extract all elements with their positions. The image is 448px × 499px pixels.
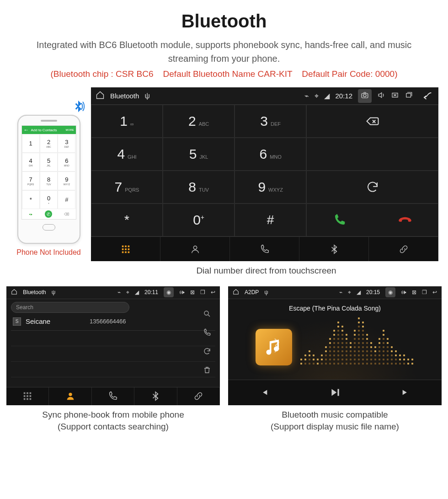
backspace-button[interactable] — [306, 105, 438, 138]
home-icon[interactable] — [11, 289, 17, 296]
phone-header-more: MORE — [66, 129, 74, 131]
svg-rect-17 — [30, 392, 32, 394]
sync-icon[interactable] — [203, 347, 211, 357]
clock: 20:12 — [335, 92, 352, 100]
search-placeholder: Search — [16, 304, 33, 311]
tab-keypad[interactable] — [91, 237, 160, 261]
search-icon[interactable] — [203, 310, 211, 320]
wifi-icon: ◢ — [357, 289, 361, 295]
redial-button[interactable] — [306, 171, 438, 204]
svg-point-24 — [69, 393, 72, 396]
key-6[interactable]: 6MNO — [235, 138, 306, 171]
svg-rect-7 — [122, 248, 123, 250]
svg-rect-18 — [24, 395, 26, 397]
phone-key-#: # — [58, 190, 75, 209]
volume-icon[interactable] — [377, 91, 385, 101]
home-icon[interactable] — [96, 91, 105, 102]
play-pause-button[interactable] — [299, 380, 371, 405]
tab-recent-calls[interactable] — [230, 237, 299, 261]
svg-rect-8 — [125, 248, 127, 250]
tab-keypad[interactable] — [6, 387, 49, 405]
svg-rect-10 — [122, 251, 123, 253]
recent-icon[interactable]: ❐ — [422, 289, 427, 295]
svg-point-13 — [193, 246, 197, 249]
wifi-icon: ◢ — [324, 91, 330, 100]
key-3[interactable]: 3DEF — [235, 105, 306, 138]
tab-recent-calls[interactable] — [92, 387, 134, 405]
phone-key-0: 0+ — [40, 190, 58, 209]
prev-button[interactable] — [228, 380, 299, 405]
contact-name: Seicane — [26, 317, 85, 325]
phone-key-7: 7PQRS — [22, 172, 40, 190]
back-icon[interactable] — [422, 91, 434, 102]
svg-rect-22 — [27, 398, 28, 400]
svg-rect-3 — [406, 93, 411, 97]
key-8[interactable]: 8TUV — [163, 171, 235, 204]
key-4[interactable]: 4GHI — [91, 138, 163, 171]
svg-rect-11 — [125, 251, 127, 253]
key-7[interactable]: 7PQRS — [91, 171, 163, 204]
phone-key-5: 5JKL — [40, 153, 58, 172]
svg-rect-4 — [122, 245, 123, 247]
bar-title: Bluetooth — [110, 92, 139, 100]
delete-icon[interactable] — [203, 366, 211, 376]
visualizer — [300, 329, 414, 365]
call-button[interactable] — [307, 213, 372, 227]
bar-title: A2DP — [245, 289, 259, 295]
empty-cell — [306, 138, 438, 171]
location-icon: ⌖ — [315, 92, 319, 100]
home-icon[interactable] — [233, 289, 239, 296]
svg-rect-20 — [30, 395, 32, 397]
key-#[interactable]: # — [235, 204, 306, 236]
search-input[interactable]: Search — [11, 302, 129, 313]
key-2[interactable]: 2ABC — [163, 105, 235, 138]
volume-icon[interactable]: 🕪 — [401, 289, 406, 295]
status-bar: Bluetooth ψ ⌁ ⌖ ◢ 20:12 — [91, 87, 438, 105]
contact-row[interactable]: S Seicane 13566664466 — [11, 313, 215, 331]
tab-pair[interactable] — [369, 237, 438, 261]
key-9[interactable]: 9WXYZ — [235, 171, 306, 204]
tab-bluetooth[interactable] — [134, 387, 177, 405]
location-icon: ⌖ — [126, 289, 129, 295]
back-icon: ← — [24, 127, 29, 133]
svg-point-14 — [204, 311, 208, 315]
key-1[interactable]: 1∞ — [91, 105, 163, 138]
list-item — [11, 362, 215, 377]
back-icon[interactable]: ↩ — [211, 289, 215, 295]
tab-pair[interactable] — [177, 387, 220, 405]
volume-icon[interactable]: 🕪 — [179, 289, 185, 295]
close-icon[interactable]: ⊠ — [412, 289, 416, 295]
recent-icon[interactable]: ❐ — [200, 289, 205, 295]
screenshot-icon[interactable]: ◉ — [385, 287, 395, 297]
bluetooth-icon: ⌁ — [304, 91, 309, 100]
close-icon[interactable] — [391, 91, 399, 101]
contact-avatar: S — [13, 317, 21, 326]
recent-icon[interactable] — [405, 91, 413, 101]
phone-video-icon: ▪▸ — [22, 209, 40, 219]
track-title: Escape (The Pina Colada Song) — [289, 305, 381, 312]
key-*[interactable]: * — [91, 204, 163, 236]
next-button[interactable] — [370, 380, 442, 405]
screenshot-icon[interactable]: ◉ — [164, 287, 174, 297]
close-icon[interactable]: ⊠ — [190, 289, 195, 295]
phone-mockup: ← Add to Contacts MORE 12ABC3DEF4GHI5JKL… — [17, 115, 80, 244]
tab-bluetooth[interactable] — [299, 237, 369, 261]
phone-note: Phone Not Included — [16, 248, 81, 257]
call-icon[interactable] — [203, 328, 211, 338]
phone-key-6: 6MNO — [58, 153, 75, 172]
key-5[interactable]: 5JKL — [163, 138, 235, 171]
svg-rect-23 — [30, 398, 32, 400]
svg-rect-16 — [27, 392, 28, 394]
phone-key-8: 8TUV — [40, 172, 58, 190]
back-icon[interactable]: ↩ — [432, 289, 437, 295]
key-0[interactable]: 0+ — [163, 204, 235, 236]
album-art — [256, 329, 292, 365]
bar-title: Bluetooth — [23, 289, 46, 295]
screenshot-icon[interactable] — [358, 89, 372, 103]
svg-rect-12 — [128, 251, 129, 253]
hangup-button[interactable] — [373, 213, 438, 227]
tab-contacts[interactable] — [49, 387, 91, 405]
headunit-music: A2DP ψ ⌁ ⌖ ◢ 20:15 ◉ 🕪 ⊠ ❐ ↩ Escape (The… — [228, 286, 442, 405]
dialer-caption: Dial number direct from touchscreen — [91, 265, 442, 277]
tab-contacts[interactable] — [160, 237, 230, 261]
